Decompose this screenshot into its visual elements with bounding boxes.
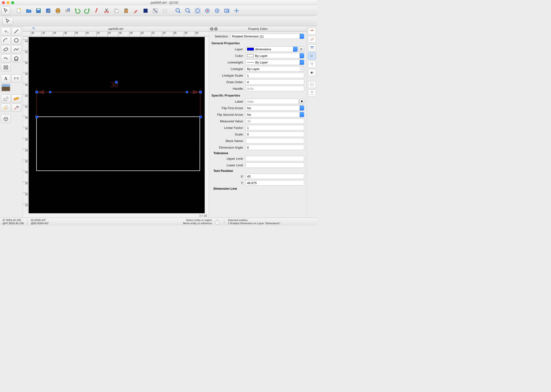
general-properties-heading: General Properties [211,41,304,45]
close-window-icon[interactable] [2,1,5,4]
block-tool-button[interactable] [1,115,11,123]
x-input[interactable] [246,174,304,179]
specific-properties-heading: Specific Properties [211,94,304,97]
dock-layers-button[interactable] [308,28,316,35]
grid-button[interactable] [161,6,169,15]
grip-handle[interactable] [36,91,38,93]
svg-rect-14 [125,8,127,9]
horizontal-scrollbar[interactable]: 1 < 10 [23,214,209,218]
dock-blocks-button[interactable] [308,36,316,43]
rectangle-entity[interactable] [36,116,200,171]
svg-point-20 [166,9,167,9]
zoom-window-icon[interactable] [11,1,14,4]
flip-second-dropdown[interactable]: No⌄ [246,112,304,117]
label-input[interactable] [246,99,298,104]
ellipse-tool-button[interactable] [1,45,11,53]
grip-handle[interactable] [199,91,202,93]
selection-rect-button[interactable] [141,6,150,15]
upper-limit-input[interactable] [246,156,304,161]
linear-factor-input[interactable] [246,125,304,130]
selection-dropdown[interactable]: Rotated Dimension (1) ⌄ [230,34,304,39]
pointer-tool-secondary-button[interactable] [2,17,13,25]
panel-close-icon[interactable]: ✕ [210,27,213,31]
grip-handle[interactable] [186,91,188,93]
dimension-tool-button[interactable] [11,74,21,83]
draw-tool-button[interactable] [131,6,140,15]
dock-clipboard-button[interactable] [308,89,316,96]
svg-point-39 [226,10,229,12]
arc-tool-button[interactable] [1,36,11,45]
trim-tool-button[interactable] [1,104,11,112]
pan-button[interactable] [232,6,241,15]
horizontal-ruler[interactable]: 30 32 34 36 38 40 42 44 46 48 50 52 54 5… [23,32,209,36]
spline-tool-button[interactable] [11,45,21,53]
lineweight-dropdown[interactable]: By Layer ⌄ [246,60,304,65]
dock-filter-button[interactable] [308,61,316,68]
measure-tool-button[interactable] [1,95,11,103]
redo-button[interactable] [83,6,92,15]
save-file-button[interactable] [34,6,43,15]
line-tool-button[interactable] [11,27,21,36]
linetype-dropdown[interactable]: By Layer ⌄ [246,66,304,71]
vertical-scrollbar[interactable] [205,36,209,214]
scale-input[interactable] [246,132,304,137]
lower-limit-input[interactable] [246,162,304,168]
dock-properties-button[interactable] [308,53,316,59]
linetype-scale-input[interactable] [246,73,304,78]
y-input[interactable] [246,180,304,186]
grip-handle[interactable] [49,91,51,93]
zoom-selection-button[interactable] [203,6,212,15]
hatch-tool-button[interactable] [1,63,11,71]
tab-zoom-icon[interactable] [32,27,36,31]
open-file-button[interactable] [24,6,33,15]
copy-button[interactable] [112,6,121,15]
zoom-window-button[interactable] [222,6,231,15]
dock-library-button[interactable] [308,69,316,76]
handle-label: Handle: [211,87,246,90]
flip-first-dropdown[interactable]: No⌄ [246,105,304,111]
layer-settings-button[interactable] [299,46,304,52]
vertical-ruler[interactable]: 54 52 50 48 46 44 42 40 38 36 34 32 30 2… [23,36,28,214]
minimize-window-icon[interactable] [7,1,9,4]
circle-tool-button[interactable] [11,36,21,45]
export-svg-button[interactable]: SVG [54,6,62,15]
svg-text:SVG: SVG [56,10,60,12]
new-file-button[interactable] [15,6,23,15]
block-name-label: Block Name: [211,139,246,143]
grip-handle[interactable] [36,116,38,118]
polygon-tool-button[interactable] [11,54,21,62]
grip-handle[interactable] [115,81,118,83]
svg-rect-85 [311,92,313,94]
undo-button[interactable] [73,6,82,15]
zoom-previous-button[interactable] [213,6,221,15]
point-tool-button[interactable]: + [1,27,11,36]
layer-dropdown[interactable]: dimensions ⌄ [246,46,298,52]
upper-limit-label: Upper Limit: [211,157,246,160]
paste-button[interactable] [122,6,130,15]
polyline-tool-button[interactable] [1,54,11,62]
print-preview-button[interactable] [63,6,72,15]
cut-button[interactable] [102,6,111,15]
ruler-tool-button[interactable] [11,95,21,103]
drawing-canvas[interactable]: 30 [29,37,205,213]
svg-text:+: + [7,32,9,34]
zoom-in-button[interactable]: + [174,6,183,15]
select-line-tool-button[interactable] [11,104,21,112]
pointer-tool-button[interactable] [1,6,10,15]
dock-window-button[interactable] [308,44,316,51]
zoom-out-button[interactable]: − [184,6,192,15]
dock-script-button[interactable] [308,81,316,88]
label-clear-button[interactable]: ✖ [299,99,304,104]
dim-angle-input[interactable] [246,145,304,150]
zoom-auto-button[interactable] [193,6,202,15]
color-dropdown[interactable]: By Layer ⌄ [246,53,304,58]
selection-remove-button[interactable] [151,6,160,15]
draw-order-input[interactable] [246,79,304,85]
panel-float-icon[interactable]: ▢ [214,27,218,31]
text-tool-button[interactable]: A [1,74,11,83]
delete-button[interactable] [92,6,101,15]
grip-handle[interactable] [199,116,202,118]
document-tab[interactable]: part045.dxf [23,26,209,32]
edit-button[interactable] [44,6,53,15]
image-tool-button[interactable] [1,83,11,92]
